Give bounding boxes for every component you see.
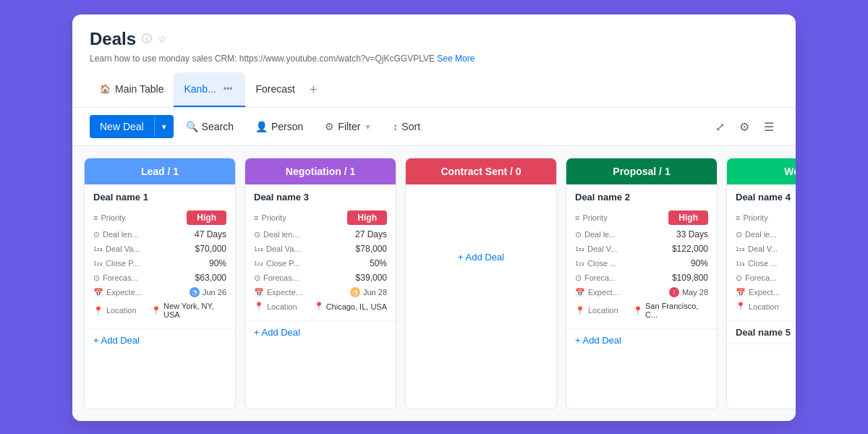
card-deal-4: Deal name 4 ≡ Priority Low ⊙ Deal le... … (727, 184, 796, 321)
priority-icon-3: ≡ (254, 213, 258, 222)
sort-button[interactable]: ↕ Sort (383, 115, 430, 138)
card-deal-1-location-row: 📍 Location 📍 New York, NY, USA (93, 299, 226, 321)
priority-label: ≡ Priority (93, 213, 151, 222)
tab-add-button[interactable]: + (305, 77, 322, 103)
forecast-value: $63,000 (195, 273, 226, 283)
close-prob-label: 1₂₃ Close P... (93, 259, 151, 268)
home-icon: 🏠 (100, 84, 111, 94)
card-deal-3-priority-row: ≡ Priority High (254, 208, 387, 227)
add-deal-contract[interactable]: + Add Deal (449, 246, 513, 268)
new-deal-label: New Deal (90, 115, 154, 138)
column-lead: Lead / 1 Deal name 1 ≡ Priority High ⊙ D… (84, 158, 236, 409)
expected-date: ◔ Jun 26 (190, 287, 226, 297)
add-deal-lead[interactable]: + Add Deal (85, 329, 235, 352)
search-button[interactable]: 🔍 Search (176, 115, 243, 138)
filter-icon: ⚙ (325, 121, 334, 132)
person-label: Person (271, 121, 303, 132)
search-label: Search (202, 121, 234, 132)
app-container: Deals ⓘ ☆ Learn how to use monday sales … (72, 14, 796, 421)
person-icon: 👤 (255, 121, 268, 132)
column-lead-title: Lead / 1 (141, 166, 179, 177)
subtitle: Learn how to use monday sales CRM: https… (90, 54, 778, 64)
card-deal-1-value-row: 1₂₃ Deal Va... $70,000 (93, 242, 226, 256)
column-negotiation-header: Negotiation / 1 (245, 158, 396, 184)
card-deal-4-name: Deal name 4 (736, 192, 796, 203)
card-deal-1-length-row: ⊙ Deal len... 47 Days (93, 227, 226, 242)
date-status-icon: ◔ (190, 287, 200, 297)
priority-icon: ≡ (93, 213, 98, 222)
sort-label: Sort (401, 121, 420, 132)
location-icon: 📍 (93, 306, 103, 315)
card-deal-2: Deal name 2 ≡ Priority High ⊙ Deal le...… (566, 184, 717, 329)
tabs-row: 🏠 Main Table Kanb... ••• Forecast + (90, 72, 778, 107)
column-negotiation-title: Negotiation / 1 (286, 166, 355, 177)
column-contract-title: Contract Sent / 0 (441, 166, 521, 177)
deal-value-value: $70,000 (195, 244, 226, 254)
card-deal-3: Deal name 3 ≡ Priority High ⊙ Deal len..… (245, 184, 396, 321)
column-proposal: Proposal / 1 Deal name 2 ≡ Priority High… (566, 158, 718, 409)
location-value: 📍 New York, NY, USA (151, 302, 226, 319)
column-won: Won / 2 Deal name 4 ≡ Priority Low ⊙ Dea… (726, 158, 796, 409)
page-title: Deals (90, 29, 136, 49)
card-deal-1-close-row: 1₂₃ Close P... 90% (93, 256, 226, 271)
location-label: 📍 Location (93, 306, 151, 315)
tab-more-icon[interactable]: ••• (221, 78, 236, 100)
column-lead-header: Lead / 1 (85, 158, 235, 184)
forecast-icon: ⊙ (93, 273, 100, 283)
column-proposal-header: Proposal / 1 (566, 158, 717, 184)
star-icon[interactable]: ☆ (158, 33, 167, 45)
tab-kanban[interactable]: Kanb... ••• (174, 72, 245, 107)
search-icon: 🔍 (186, 121, 198, 132)
card-deal-1-name: Deal name 1 (93, 192, 226, 203)
tab-forecast[interactable]: Forecast (245, 77, 305, 102)
column-negotiation: Negotiation / 1 Deal name 3 ≡ Priority H… (244, 158, 396, 409)
column-won-title: Won / 2 (784, 166, 796, 177)
forecast-label: ⊙ Forecas... (93, 273, 151, 283)
card-deal-1-forecast-row: ⊙ Forecas... $63,000 (93, 271, 226, 285)
toolbar-right: ⤢ ⚙ ☰ (711, 116, 778, 138)
calendar-icon: 📅 (93, 288, 103, 297)
column-contract: Contract Sent / 0 + Add Deal (405, 158, 557, 409)
card-deal-1: Deal name 1 ≡ Priority High ⊙ Deal len..… (85, 184, 235, 329)
date-status-icon-2: ! (669, 287, 679, 297)
info-icon[interactable]: ⓘ (142, 33, 152, 46)
close-prob-value: 90% (209, 258, 226, 268)
number-icon: 1₂₃ (93, 245, 103, 252)
add-deal-negotiation[interactable]: + Add Deal (245, 321, 396, 344)
expand-button[interactable]: ⤢ (711, 116, 729, 138)
new-deal-arrow[interactable]: ▼ (154, 117, 174, 137)
column-contract-header: Contract Sent / 0 (406, 158, 556, 184)
deal-value-label: 1₂₃ Deal Va... (93, 244, 151, 253)
add-deal-proposal[interactable]: + Add Deal (566, 329, 717, 352)
tab-forecast-label: Forecast (255, 83, 294, 95)
card-deal-3-name: Deal name 3 (254, 192, 387, 203)
tab-kanban-label: Kanb... (184, 83, 216, 95)
toolbar: New Deal ▼ 🔍 Search 👤 Person ⚙ Filter ▼ … (72, 108, 796, 146)
subtitle-text: Learn how to use monday sales CRM: https… (90, 54, 435, 64)
tab-main-table-label: Main Table (115, 83, 163, 95)
column-won-header: Won / 2 (727, 158, 796, 184)
more-button[interactable]: ☰ (760, 116, 778, 138)
map-pin-icon: 📍 (151, 306, 161, 315)
settings-button[interactable]: ⚙ (735, 116, 754, 138)
priority-label-3: ≡ Priority (254, 213, 312, 222)
new-deal-button[interactable]: New Deal ▼ (90, 115, 174, 138)
filter-arrow: ▼ (364, 123, 371, 131)
tab-main-table[interactable]: 🏠 Main Table (90, 77, 174, 102)
deal-name-5-placeholder: Deal name 5 (727, 321, 796, 344)
deal-length-value: 47 Days (195, 229, 226, 239)
see-more-link[interactable]: See More (437, 54, 475, 64)
column-proposal-title: Proposal / 1 (613, 166, 670, 177)
date-status-icon-3: ◔ (350, 287, 360, 297)
kanban-board: Lead / 1 Deal name 1 ≡ Priority High ⊙ D… (72, 146, 796, 421)
filter-label: Filter (338, 121, 360, 132)
clock-icon: ⊙ (93, 230, 100, 239)
expected-label: 📅 Expecte... (93, 288, 151, 297)
filter-button[interactable]: ⚙ Filter ▼ (315, 115, 380, 138)
priority-badge-3: High (347, 210, 387, 225)
title-row: Deals ⓘ ☆ (90, 29, 778, 49)
deal-length-label: ⊙ Deal len... (93, 230, 151, 239)
priority-badge: High (187, 210, 226, 225)
contract-empty: + Add Deal (406, 184, 556, 329)
person-button[interactable]: 👤 Person (246, 115, 312, 138)
